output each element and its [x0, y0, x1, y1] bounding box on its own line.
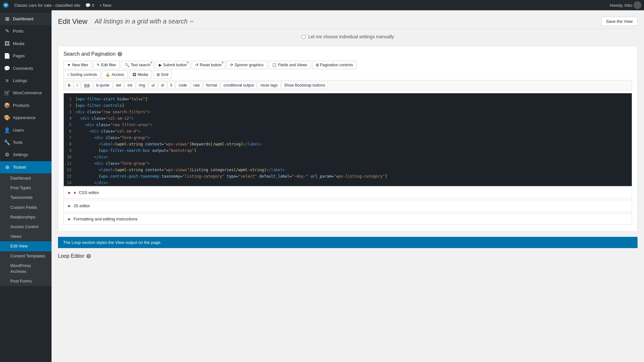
sidebar-item-products[interactable]: 📦 Products — [0, 99, 52, 112]
format-li[interactable]: li — [168, 82, 175, 89]
submenu-item-edit-view[interactable]: Edit View — [0, 241, 52, 251]
js-editor-header[interactable]: ▶ JS editor — [64, 200, 632, 211]
code-line-14: 14 </div> — [64, 180, 632, 186]
grid-icon: ⊞ — [157, 72, 160, 77]
appearance-icon: 🎨 — [4, 114, 10, 121]
submenu-item-access-control[interactable]: Access Control — [0, 222, 52, 232]
code-line-10: 10 </div> — [64, 154, 632, 160]
sort-icon: ↕ — [67, 72, 69, 77]
submenu-item-wordpress-archives[interactable]: WordPress Archives — [0, 261, 52, 276]
toolbar-row-1: ▼ New filter ✎ Edit filter 🔍 Text search… — [63, 61, 632, 69]
sidebar-item-tools[interactable]: 🔧 Tools — [0, 136, 52, 149]
formatting-header[interactable]: ▶ Formatting and editing instructions — [64, 213, 632, 225]
sidebar-label: Settings — [13, 152, 28, 158]
fields-and-views-button[interactable]: 📋 Fields and Views — [268, 61, 311, 69]
format-raw[interactable]: raw — [191, 82, 203, 89]
format-format[interactable]: format — [203, 82, 220, 89]
new-filter-button[interactable]: ▼ New filter — [63, 61, 92, 69]
loop-editor-section: Loop Editor ? — [58, 253, 638, 259]
comments-link[interactable]: 💬 0 — [85, 3, 94, 8]
format-del[interactable]: del — [113, 82, 124, 89]
search-icon: 🔍 — [125, 63, 130, 67]
submit-button-btn[interactable]: ▶ Submit button ▼ — [155, 61, 190, 69]
sidebar-item-toolset[interactable]: ⊛ Toolset — [0, 161, 52, 173]
edit-pencil-icon[interactable]: ✏ — [190, 19, 194, 24]
format-bootstrap-buttons[interactable]: Show Bootstrap buttons — [281, 82, 328, 89]
howdy-user[interactable]: Howdy, lobo — [610, 1, 641, 9]
format-code[interactable]: code — [176, 82, 190, 89]
sidebar-label: Media — [13, 41, 24, 47]
code-line-9: 9 [wpv-filter-search-box output="bootstr… — [64, 147, 632, 154]
submenu-item-custom-fields[interactable]: Custom Fields — [0, 203, 52, 212]
text-search-button[interactable]: 🔍 Text search ▼ — [121, 61, 154, 69]
spinner-graphics-button[interactable]: ⟳ Spinner graphics — [226, 61, 267, 69]
format-close-tags[interactable]: close tags — [257, 82, 281, 89]
code-line-11: 11 <div class="form-group"> — [64, 160, 632, 167]
format-img[interactable]: img — [136, 82, 148, 89]
toolset-submenu: Dashboard Post Types Taxonomies Custom F… — [0, 173, 52, 286]
toolset-icon: ⊛ — [4, 164, 10, 171]
submenu-item-dashboard[interactable]: Dashboard — [0, 173, 52, 183]
grid-button[interactable]: ⊞ Grid — [153, 70, 172, 79]
sidebar-item-appearance[interactable]: 🎨 Appearance — [0, 112, 52, 124]
css-editor-section: ▶ ● CSS editor — [63, 186, 632, 199]
sidebar-item-users[interactable]: 👤 Users — [0, 124, 52, 136]
wp-logo[interactable]: W — [3, 2, 9, 8]
submenu-item-taxonomies[interactable]: Taxonomies — [0, 193, 52, 202]
submenu-item-post-types[interactable]: Post Types — [0, 183, 52, 193]
edit-filter-button[interactable]: ✎ Edit filter — [93, 61, 120, 69]
bookmark-icon: ▼ — [221, 61, 224, 64]
pagination-controls-button[interactable]: ⊞ Pagination controls — [312, 61, 357, 69]
sidebar-label: Users — [13, 127, 24, 133]
media-button[interactable]: 🖼 Media — [129, 70, 152, 79]
bookmark-icon: ▼ — [150, 61, 153, 64]
sidebar-label: Toolset — [13, 164, 26, 170]
format-italic[interactable]: i — [74, 82, 81, 89]
sidebar-label: Pages — [13, 53, 25, 59]
sidebar-item-media[interactable]: 🖼 Media — [0, 38, 52, 50]
new-content[interactable]: + New — [99, 3, 111, 8]
submenu-item-views[interactable]: Views — [0, 232, 52, 241]
manual-settings-label[interactable]: Let me choose individual settings manual… — [308, 34, 394, 39]
format-bquote[interactable]: b-quote — [93, 82, 112, 89]
format-ul[interactable]: ul — [149, 82, 157, 89]
svg-text:W: W — [4, 3, 8, 7]
manual-settings-radio[interactable] — [302, 35, 306, 39]
code-line-2: 2 [wpv-filter-controls] — [64, 102, 632, 109]
site-name[interactable]: Classic cars for sale - classified site — [14, 3, 80, 8]
access-button[interactable]: 🔒 Access — [102, 70, 128, 79]
format-ins[interactable]: ins — [125, 82, 135, 89]
save-view-button[interactable]: Save the View — [601, 17, 638, 26]
help-icon[interactable]: ? — [118, 52, 122, 56]
sidebar-item-posts[interactable]: ✎ Posts — [0, 25, 52, 37]
tools-icon: 🔧 — [4, 139, 10, 146]
reset-button-btn[interactable]: ↺ Reset button ▼ — [192, 61, 225, 69]
dashboard-icon: ⊞ — [4, 15, 10, 23]
code-line-12: 12 <label>[wpml-string context="wpv-view… — [64, 167, 632, 173]
sidebar-item-settings[interactable]: ⚙ Settings — [0, 149, 52, 161]
code-line-4: 4 <div class="col-sm-12"> — [64, 115, 632, 122]
css-icon: ● — [73, 190, 76, 195]
code-line-15: 15 </div> — [64, 186, 632, 186]
sidebar-item-listings[interactable]: ≡ Listings — [0, 75, 52, 87]
submenu-item-relationships[interactable]: Relationships — [0, 212, 52, 222]
sidebar-item-comments[interactable]: 💬 Comments — [0, 62, 52, 75]
code-editor[interactable]: 1 [wpv-filter-start hide="false"] 2 [wpv… — [63, 93, 632, 186]
section-header-search: Search and Pagination ? — [63, 51, 632, 57]
sidebar-item-woocommerce[interactable]: 🛒 WooCommerce — [0, 87, 52, 99]
admin-bar: W Classic cars for sale - classified sit… — [0, 0, 644, 10]
bookmark-icon: ▼ — [186, 61, 189, 64]
format-ol[interactable]: ol — [158, 82, 167, 89]
format-bold[interactable]: b — [65, 82, 73, 89]
sidebar-label: Tools — [13, 140, 23, 145]
loop-help-icon[interactable]: ? — [86, 254, 91, 258]
submenu-item-post-forms[interactable]: Post Forms — [0, 276, 52, 286]
sidebar-label: Comments — [13, 66, 33, 71]
submenu-item-content-templates[interactable]: Content Templates — [0, 251, 52, 261]
format-conditional-output[interactable]: conditional output — [221, 82, 257, 89]
css-editor-header[interactable]: ▶ ● CSS editor — [64, 187, 632, 198]
sidebar-item-dashboard[interactable]: ⊞ Dashboard — [0, 13, 52, 25]
sorting-controls-button[interactable]: ↕ Sorting controls — [63, 70, 101, 79]
sidebar-item-pages[interactable]: 📄 Pages — [0, 50, 52, 62]
format-link[interactable]: link — [81, 82, 93, 89]
